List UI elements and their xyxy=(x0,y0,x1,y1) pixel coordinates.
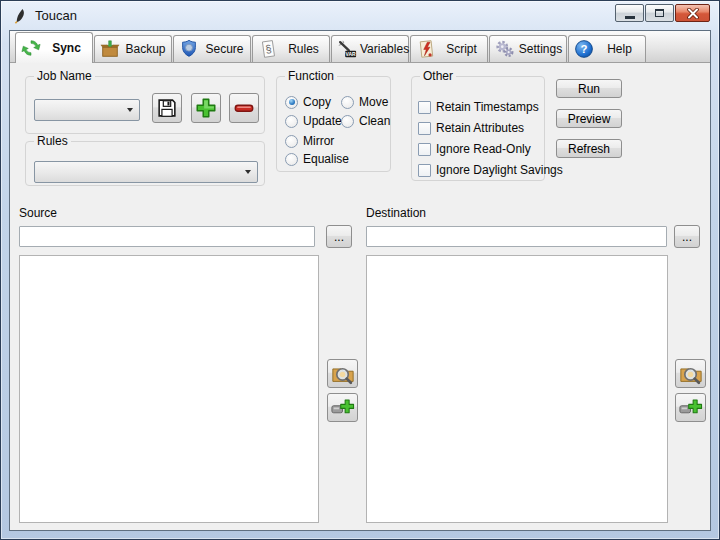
job-name-combobox[interactable] xyxy=(34,99,140,121)
combo-arrow-icon xyxy=(127,108,133,112)
tab-bar: Sync Backup xyxy=(10,31,710,63)
remove-job-button[interactable] xyxy=(229,93,259,123)
add-item-icon xyxy=(330,396,355,419)
checkbox-retain-attributes-control xyxy=(418,122,431,135)
tab-help[interactable]: ? Help xyxy=(568,35,646,62)
tab-settings-label: Settings xyxy=(518,42,563,56)
destination-preview-button[interactable] xyxy=(675,359,706,388)
job-name-group: Job Name xyxy=(25,76,265,134)
radio-mirror-label: Mirror xyxy=(303,134,334,148)
radio-clean[interactable]: Clean xyxy=(341,114,390,128)
checkbox-retain-attributes[interactable]: Retain Attributes xyxy=(418,121,524,135)
maximize-icon xyxy=(655,9,664,17)
destination-label: Destination xyxy=(366,206,426,220)
tab-script-label: Script xyxy=(439,42,484,56)
toucan-app-icon xyxy=(12,8,28,24)
rules-group-label: Rules xyxy=(34,134,71,149)
help-icon: ? xyxy=(574,39,594,59)
rules-group: Rules xyxy=(25,141,265,186)
destination-file-list[interactable] xyxy=(366,255,668,523)
checkbox-ignore-readonly-label: Ignore Read-Only xyxy=(436,142,531,156)
radio-copy-control xyxy=(285,96,298,109)
tab-backup[interactable]: Backup xyxy=(94,35,172,62)
tab-rules[interactable]: § Rules xyxy=(252,35,330,62)
tab-secure-label: Secure xyxy=(202,42,247,56)
rules-document-icon: § xyxy=(258,39,278,59)
checkbox-ignore-daylight-savings-label: Ignore Daylight Savings xyxy=(436,163,563,177)
radio-clean-label: Clean xyxy=(359,114,390,128)
radio-update[interactable]: Update xyxy=(285,114,342,128)
variables-wand-icon: VAR xyxy=(337,39,357,59)
checkbox-ignore-readonly-control xyxy=(418,143,431,156)
destination-path-input[interactable] xyxy=(366,226,667,247)
radio-clean-control xyxy=(341,115,354,128)
tab-help-label: Help xyxy=(597,42,642,56)
tab-backup-label: Backup xyxy=(123,42,168,56)
radio-move-control xyxy=(341,96,354,109)
folder-magnifier-icon xyxy=(331,362,355,386)
svg-text:?: ? xyxy=(581,43,588,55)
checkbox-ignore-daylight-savings-control xyxy=(418,164,431,177)
shield-icon xyxy=(179,39,199,59)
function-group: Function Copy Move Update Clean xyxy=(276,76,391,172)
tab-secure[interactable]: Secure xyxy=(173,35,251,62)
combo-arrow-icon xyxy=(245,170,251,174)
tab-sync[interactable]: Sync xyxy=(15,32,93,63)
tab-variables[interactable]: VAR Variables xyxy=(331,35,409,62)
checkbox-retain-attributes-label: Retain Attributes xyxy=(436,121,524,135)
other-group: Other Retain Timestamps Retain Attribute… xyxy=(411,76,545,181)
checkbox-ignore-readonly[interactable]: Ignore Read-Only xyxy=(418,142,531,156)
app-window: Toucan Sync xyxy=(0,0,720,540)
svg-text:VAR: VAR xyxy=(346,51,357,57)
other-group-label: Other xyxy=(420,69,456,84)
refresh-button[interactable]: Refresh xyxy=(556,139,622,158)
radio-update-control xyxy=(285,115,298,128)
radio-mirror-control xyxy=(285,135,298,148)
checkbox-ignore-daylight-savings[interactable]: Ignore Daylight Savings xyxy=(418,163,563,177)
checkbox-retain-timestamps[interactable]: Retain Timestamps xyxy=(418,100,539,114)
source-file-list[interactable] xyxy=(19,255,319,523)
script-lightning-icon xyxy=(416,39,436,59)
radio-move[interactable]: Move xyxy=(341,95,388,109)
function-group-label: Function xyxy=(285,69,337,84)
source-label: Source xyxy=(19,206,57,220)
radio-move-label: Move xyxy=(359,95,388,109)
maximize-button[interactable] xyxy=(645,4,674,22)
source-preview-button[interactable] xyxy=(327,359,358,388)
tab-script[interactable]: Script xyxy=(410,35,488,62)
job-name-group-label: Job Name xyxy=(34,69,95,84)
minimize-button[interactable] xyxy=(615,4,644,22)
client-area: Sync Backup xyxy=(9,30,711,531)
window-title: Toucan xyxy=(35,8,77,23)
rules-combobox[interactable] xyxy=(34,161,258,183)
source-path-input[interactable] xyxy=(19,226,315,247)
title-bar[interactable]: Toucan xyxy=(1,1,719,30)
save-job-button[interactable] xyxy=(152,93,182,123)
preview-button[interactable]: Preview xyxy=(556,109,622,128)
plus-icon xyxy=(194,96,218,120)
radio-copy-label: Copy xyxy=(303,95,331,109)
sync-icon xyxy=(21,38,41,58)
close-button[interactable] xyxy=(675,4,710,22)
source-add-button[interactable] xyxy=(327,393,358,422)
backup-box-icon xyxy=(100,39,120,59)
minus-icon xyxy=(232,96,256,120)
radio-copy[interactable]: Copy xyxy=(285,95,331,109)
folder-magnifier-icon xyxy=(679,362,703,386)
tab-sync-label: Sync xyxy=(44,41,89,55)
run-button[interactable]: Run xyxy=(556,79,622,98)
radio-update-label: Update xyxy=(303,114,342,128)
checkbox-retain-timestamps-control xyxy=(418,101,431,114)
gears-icon xyxy=(495,39,515,59)
radio-equalise[interactable]: Equalise xyxy=(285,152,349,166)
source-browse-button[interactable]: ... xyxy=(326,225,352,248)
add-job-button[interactable] xyxy=(191,93,221,123)
tab-settings[interactable]: Settings xyxy=(489,35,567,62)
close-icon xyxy=(687,8,699,19)
tab-rules-label: Rules xyxy=(281,42,326,56)
radio-mirror[interactable]: Mirror xyxy=(285,134,334,148)
radio-equalise-control xyxy=(285,153,298,166)
destination-add-button[interactable] xyxy=(675,393,706,422)
destination-browse-button[interactable]: ... xyxy=(674,225,700,248)
add-item-icon xyxy=(678,396,703,419)
